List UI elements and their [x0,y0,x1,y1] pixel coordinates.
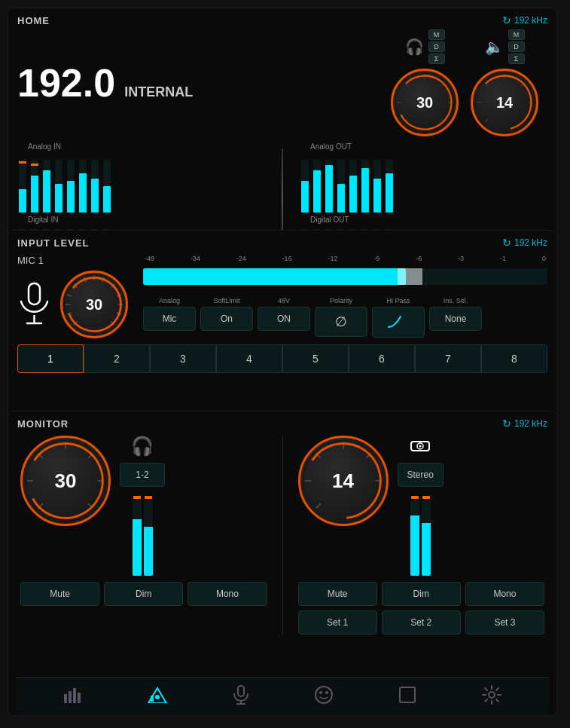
svg-rect-51 [69,691,72,703]
mic-icon-wrapper [17,282,51,327]
monitor-hp-mute-btn[interactable]: Mute [20,582,99,606]
level-fill-dark [474,268,547,285]
monitor-freq-display: ↻ 192 kHz [502,418,547,430]
polarity-btn[interactable]: ∅ [315,307,367,337]
svg-point-64 [489,692,495,698]
monitor-header: MONITOR ↻ 192 kHz [8,411,556,433]
nav-fx[interactable] [305,682,343,712]
monitor-hp-source-btn[interactable]: 1-2 [120,463,165,487]
polarity-group: Polarity ∅ [315,297,367,338]
svg-point-8 [475,73,534,132]
monitor-hp-dim-btn[interactable]: Dim [104,582,183,606]
home-title: HOME [17,15,50,26]
48v-group: 48V ON [258,297,310,338]
svg-point-40 [303,441,383,521]
vu-bar-1 [17,160,28,213]
input-content: MIC 1 [8,252,556,344]
speaker-knob[interactable]: 14 [471,69,538,136]
monitor-hp-knob[interactable]: 30 [20,436,111,526]
headphone-knob[interactable]: 30 [391,69,459,136]
sp-d-btn[interactable]: D [508,41,525,52]
channel-btn-1[interactable]: 1 [17,344,84,373]
svg-line-9 [485,119,489,123]
channel-btn-8[interactable]: 8 [481,344,547,373]
input-knob[interactable]: 30 [60,271,128,338]
inssel-btn[interactable]: None [429,307,482,331]
monitor-hp-top: 30 🎧 1-2 [20,436,267,576]
48v-label: 48V [278,297,290,304]
vu-bar-5 [66,160,76,213]
monitor-set3-btn[interactable]: Set 3 [465,610,544,635]
home-panel: HOME ↻ 192 kHz 192.0 INTERNAL 🎧 M D Σ [8,8,557,241]
analog-out-label: Analog OUT [310,142,547,151]
monitor-freq: 192 kHz [514,418,547,429]
48v-btn[interactable]: ON [258,307,310,331]
softlimit-group: SoftLimit On [200,297,253,338]
channel-btn-4[interactable]: 4 [216,344,282,373]
hp-m-btn[interactable]: M [428,29,445,40]
headphone-icon: 🎧 [405,38,424,56]
monitor-freq-icon: ↻ [502,418,511,430]
nav-daw[interactable] [389,683,425,711]
svg-point-49 [419,445,422,448]
channel-btn-5[interactable]: 5 [282,344,349,373]
vu-bar-3 [41,160,52,213]
input-header: INPUT LEVEL ↻ 192 kHz [8,231,556,252]
svg-point-18 [65,275,123,334]
input-right: -48 -34 -24 -16 -12 -9 -6 -3 -1 0 Analo [143,255,547,338]
monitor-sp-knob[interactable]: 14 [298,436,389,526]
inssel-label: Ins. Sel. [444,297,468,304]
svg-rect-57 [238,686,244,696]
level-bar [143,268,547,285]
nav-mic[interactable] [224,682,258,712]
freq-icon: ↻ [502,14,511,26]
nav-monitor[interactable] [139,684,176,711]
channel-btn-7[interactable]: 7 [415,344,481,373]
monitor-sp-right: Stereo [398,436,444,576]
sp-sigma-btn[interactable]: Σ [508,54,525,64]
monitor-panel: MONITOR ↻ 192 kHz [8,411,557,716]
input-left: MIC 1 [17,255,128,338]
nav-settings[interactable] [473,682,511,712]
monitor-hp-icon: 🎧 [131,436,154,457]
monitor-sp-mono-btn[interactable]: Mono [465,582,544,606]
svg-rect-53 [78,693,81,703]
clock-source-label: INTERNAL [124,84,193,100]
vu-bar-2 [29,160,40,213]
sp-m-btn[interactable]: M [508,29,525,40]
nav-fx-icon [314,685,334,709]
monitor-sp-btn-row1: Mute Dim Mono [298,582,545,606]
home-freq-display: ↻ 192 kHz [502,14,547,26]
hp-sigma-btn[interactable]: Σ [428,54,445,64]
monitor-sp-source-btn[interactable]: Stereo [398,463,444,487]
input-freq-display: ↻ 192 kHz [502,237,547,249]
analog-btn[interactable]: Mic [143,307,196,331]
monitor-hp-btns: Mute Dim Mono [20,582,267,606]
nav-levels[interactable] [54,684,92,711]
hp-d-btn[interactable]: D [428,41,445,52]
svg-line-41 [315,503,320,508]
hipass-label: Hi Pass [386,297,410,304]
hipass-btn[interactable] [372,307,425,338]
softlimit-btn[interactable]: On [200,307,253,331]
monitor-divider [282,436,283,635]
monitor-set2-btn[interactable]: Set 2 [382,610,461,635]
monitor-sp-top: 14 Stereo [298,436,545,576]
channel-buttons: 1 2 3 4 5 6 7 8 [17,344,547,373]
monitor-hp-mono-btn[interactable]: Mono [187,582,267,606]
monitor-set1-btn[interactable]: Set 1 [298,610,377,635]
nav-monitor-icon [148,687,167,708]
monitor-sp-dim-btn[interactable]: Dim [382,582,461,606]
svg-rect-63 [400,687,415,702]
monitor-sp-mute-btn[interactable]: Mute [298,582,377,606]
nav-mic-icon [233,685,249,709]
svg-line-22 [67,295,72,296]
input-controls: Analog Mic SoftLimit On 48V ON Polarity … [143,297,547,338]
monitor-sp-btns: Mute Dim Mono Set 1 Set 2 Set 3 [298,582,545,635]
channel-btn-6[interactable]: 6 [349,344,415,373]
channel-btn-3[interactable]: 3 [150,344,216,373]
nav-levels-icon [63,687,83,708]
input-freq: 192 kHz [514,237,547,248]
digital-in-label: Digital IN [28,216,265,224]
channel-btn-2[interactable]: 2 [84,344,150,373]
